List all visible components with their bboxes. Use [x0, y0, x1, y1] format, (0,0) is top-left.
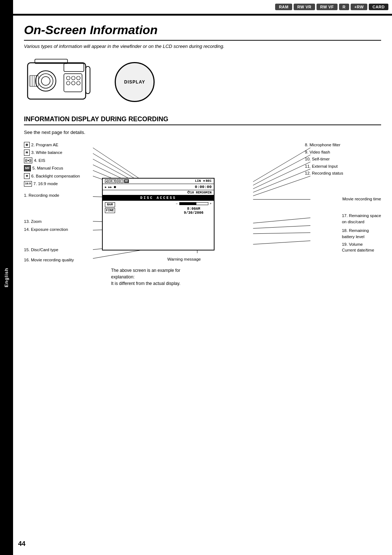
label-current-datetime: Current date/time — [342, 248, 381, 252]
svg-point-6 — [66, 76, 70, 80]
label-video-flash: 9. Video flash — [305, 149, 381, 156]
svg-point-8 — [77, 76, 80, 80]
disc-card-label: 15. Disc/Card type — [24, 246, 58, 253]
svg-line-34 — [253, 233, 310, 234]
nav-pill-ram[interactable]: RAM — [275, 4, 292, 10]
nav-pill-r[interactable]: R — [339, 4, 349, 10]
manual-focus-text: 5. Manual Focus — [32, 165, 63, 171]
svg-point-7 — [72, 76, 75, 80]
label-external-input: 11. External Input — [305, 163, 381, 170]
svg-rect-17 — [64, 64, 84, 72]
top-nav: RAM RW VR RW VF R +RW CARD — [13, 0, 392, 14]
screen-cam-info: RAM FINE — [105, 202, 115, 213]
note-line2: explanation: — [111, 274, 135, 279]
screen-rem-text: ⏱10 REM30MIN — [187, 191, 212, 195]
label-backlight: ☀ 6. Backlight compensation — [24, 173, 97, 179]
white-balance-icon: ≋ — [24, 150, 30, 155]
screen-battery-plus: + — [210, 202, 212, 206]
eis-text: 4. EIS — [34, 157, 45, 164]
recording-mode-text: 1. Recording mode — [24, 193, 59, 197]
warning-message-label: Warning message — [167, 256, 201, 262]
169-text: 7. 16:9 mode — [33, 180, 58, 187]
warning-message-text: Warning message — [167, 257, 201, 261]
right-labels: 8. Microphone filter 9. Video flash 10. … — [305, 142, 381, 177]
sidebar-label: English — [4, 268, 9, 287]
white-balance-text: 3. White balance — [31, 149, 62, 156]
nav-pill-plusrw[interactable]: +RW — [351, 4, 367, 10]
exposure-label: 14. Exposure correction — [24, 226, 68, 232]
svg-line-32 — [253, 218, 310, 223]
section-heading: INFORMATION DISPLAY DURING RECORDING — [24, 115, 381, 125]
program-ae-icon: ⊕ — [24, 142, 30, 148]
recording-mode-label: 1. Recording mode — [24, 192, 59, 198]
movie-quality-text: 16. Movie recording quality — [24, 258, 74, 262]
subtitle: Various types of information will appear… — [24, 44, 381, 49]
screen-mode-icons: ▶ ▶▶ ⏹ — [105, 185, 117, 189]
display-circle-label: DISPLAY — [124, 79, 145, 85]
label-remaining-battery: 18. Remainingbattery level — [342, 228, 381, 240]
disc-card-text: 15. Disc/Card type — [24, 248, 58, 252]
label-mic-filter: 8. Microphone filter — [305, 142, 381, 149]
screen-disc-row: DISC ACCESS — [103, 195, 214, 201]
screen-battery-row: − + — [176, 202, 212, 206]
svg-point-3 — [41, 77, 50, 85]
svg-point-2 — [38, 74, 53, 88]
sidebar: English — [0, 0, 13, 555]
screen-time-row: ▶ ▶▶ ⏹ 0:00:00 — [103, 184, 214, 190]
eis-icon: ((●)) — [24, 158, 32, 163]
left-icon-labels: ⊕ 2. Program AE ≋ 3. White balance ((●))… — [24, 142, 97, 188]
diagram-area: ⊕ 2. Program AE ≋ 3. White balance ((●))… — [24, 142, 381, 294]
see-next-text: See the next page for details. — [24, 130, 381, 135]
label-volume: 19. Volume — [342, 242, 381, 246]
movie-recording-time-text: Movie recording time — [342, 197, 381, 201]
svg-line-19 — [93, 148, 144, 182]
svg-rect-18 — [86, 66, 90, 94]
label-self-timer: 10. Self-timer — [305, 156, 381, 163]
nav-pill-rwvr[interactable]: RW VR — [294, 4, 315, 10]
svg-line-28 — [253, 162, 310, 189]
svg-line-29 — [253, 169, 310, 192]
nav-pill-rwvf[interactable]: RW VF — [317, 4, 338, 10]
screen-lin: LIN — [195, 179, 201, 183]
svg-point-10 — [72, 81, 75, 85]
page-title: On-Screen Information — [24, 23, 381, 41]
screen-battery-minus: − — [176, 202, 177, 206]
screen-battery-fill — [180, 203, 197, 205]
screen-top-row: ● 16:9 ≋ ☀ MF LIN ● REC — [103, 179, 214, 184]
screen-battery-date-area: − + 8:00AM 9/30/2006 — [176, 202, 212, 215]
svg-line-30 — [253, 176, 310, 196]
exposure-text: 14. Exposure correction — [24, 227, 68, 232]
label-white-balance: ≋ 3. White balance — [24, 149, 97, 156]
zoom-text: 13. Zoom — [24, 219, 42, 224]
screen-bottom-section: RAM FINE − + 8:00AM 9/30/2006 — [103, 201, 214, 216]
svg-line-33 — [253, 225, 310, 228]
camera-area: DISPLAY — [24, 56, 381, 108]
svg-point-9 — [66, 81, 70, 85]
camera-image — [24, 56, 104, 108]
main-content: On-Screen Information Various types of i… — [13, 16, 392, 555]
svg-point-11 — [77, 81, 80, 85]
screen-time-counter: 0:00:00 — [195, 185, 212, 189]
note-line1: The above screen is an example for — [111, 268, 180, 273]
label-manual-focus: MF 5. Manual Focus — [24, 165, 97, 171]
screen-disc-label: DISC ACCESS — [140, 196, 176, 200]
label-program-ae: ⊕ 2. Program AE — [24, 142, 97, 148]
manual-focus-icon: MF — [24, 165, 31, 171]
display-circle: DISPLAY — [115, 62, 155, 102]
note-line3: It is different from the actual display. — [111, 281, 180, 286]
nav-pill-card[interactable]: CARD — [369, 4, 388, 10]
169-icon: 16:9 — [24, 181, 32, 187]
svg-line-26 — [253, 148, 310, 182]
movie-quality-label: 16. Movie recording quality — [24, 256, 74, 263]
screen-display: ● 16:9 ≋ ☀ MF LIN ● REC ▶ ▶▶ ⏹ 0:00:00 — [102, 178, 215, 250]
screen-header-right: LIN ● REC — [195, 179, 212, 183]
backlight-icon: ☀ — [24, 173, 30, 179]
program-ae-text: 2. Program AE — [31, 142, 58, 148]
label-remaining-space: 17. Remaining spaceon disc/card — [342, 213, 381, 225]
label-169: 16:9 7. 16:9 mode — [24, 180, 97, 187]
screen-fine-label: FINE — [105, 208, 115, 213]
svg-line-39 — [93, 250, 144, 258]
svg-line-35 — [253, 241, 310, 244]
label-recording-status: 12. Recording status — [305, 170, 381, 177]
movie-recording-time-label: Movie recording time — [342, 195, 381, 202]
